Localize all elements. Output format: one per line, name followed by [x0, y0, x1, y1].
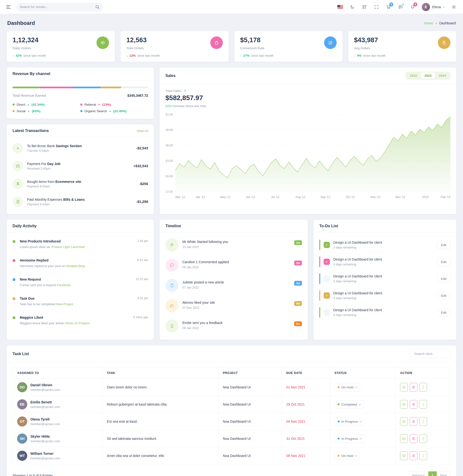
activity-desc: Lorem ipsum dolor sit.: [20, 245, 51, 249]
cart-badge: 5: [389, 2, 393, 7]
delete-button[interactable]: [410, 383, 418, 392]
settings-gear-icon[interactable]: [451, 4, 457, 10]
todo-checkbox[interactable]: [324, 259, 330, 265]
approve-button[interactable]: [400, 400, 408, 409]
trend-note: since last month: [137, 54, 160, 57]
due-date: 04 Nov 2021: [282, 413, 330, 430]
activity-link[interactable]: Facebook: [57, 283, 71, 287]
assignee-name: Daniel Obrien: [30, 383, 60, 387]
timeline-date: 07 Jan 2022: [182, 286, 290, 289]
legend-trend-icon: ▲: [27, 110, 30, 112]
timeline-title: Juliette posted a new article: [182, 280, 290, 284]
todo-checkbox[interactable]: [324, 309, 330, 315]
status-label: In Progress: [341, 437, 358, 440]
search-icon[interactable]: [95, 5, 100, 9]
activity-link[interactable]: Detailed Blog: [66, 264, 85, 268]
assignee-email: member@spruko.com: [30, 457, 60, 460]
activity-dot: [13, 240, 15, 243]
tx-text-bold: Day Job: [47, 162, 60, 166]
apps-grid-icon[interactable]: [362, 4, 367, 10]
edit-button[interactable]: Edit: [437, 275, 450, 283]
pagination: Previous 1 Next: [409, 471, 450, 476]
tab-2022[interactable]: 2022: [406, 72, 421, 79]
revenue-legend: Direct ▲ (42.34%) Referral ▼ (13%): [13, 103, 148, 113]
delete-button[interactable]: [410, 400, 418, 409]
tab-2024[interactable]: 2024: [435, 72, 450, 79]
stat-label: Total Orders: [126, 46, 147, 50]
pagination-next[interactable]: Next: [437, 471, 450, 476]
card-title: Daily Activity: [13, 224, 37, 228]
timeline-date: 06 Jan 2022: [182, 326, 290, 330]
tx-amount: -$2,543: [136, 146, 148, 150]
tx-subtext: Payment 8.00am: [27, 185, 135, 188]
delete-button[interactable]: [410, 451, 418, 460]
approve-button[interactable]: [400, 451, 408, 460]
approve-button[interactable]: [400, 417, 408, 426]
messages-icon[interactable]: [398, 4, 403, 10]
delete-button[interactable]: [410, 417, 418, 426]
status-dropdown[interactable]: On Hold: [334, 452, 360, 460]
task-search-input[interactable]: [411, 350, 450, 358]
todo-title: Design a UI Dashboard for client: [333, 257, 434, 261]
edit-button[interactable]: Edit: [437, 258, 450, 266]
legend-label: Direct: [17, 103, 25, 106]
status-dropdown[interactable]: In Progress: [334, 435, 365, 443]
activity-title: New Request: [20, 278, 41, 281]
status-dot: [338, 438, 339, 440]
more-options-button[interactable]: ⋮: [419, 451, 427, 460]
search-input[interactable]: [20, 5, 95, 9]
more-options-button[interactable]: ⋮: [419, 417, 427, 426]
timeline-title: Akimov liked your site: [182, 301, 290, 305]
todo-checkbox[interactable]: [324, 276, 330, 282]
sales-card: Sales 2022 2023 2024 Total Sales ↗ $582,…: [160, 68, 456, 214]
pagination-previous[interactable]: Previous: [409, 471, 428, 476]
todo-checkbox[interactable]: [324, 292, 330, 299]
dark-mode-moon-icon[interactable]: [349, 4, 355, 10]
timeline-badge: 3m: [294, 281, 302, 286]
fullscreen-icon[interactable]: [374, 4, 379, 10]
svg-text:2013: 2013: [422, 195, 428, 199]
stat-value: $43,987: [354, 36, 378, 44]
notifications-bell-icon[interactable]: 4: [410, 4, 416, 10]
todo-color-bar: [319, 256, 320, 267]
status-dot: [338, 455, 339, 457]
col-project: PROJECT: [218, 368, 282, 379]
breadcrumb-home-link[interactable]: Home: [424, 21, 433, 25]
approve-button[interactable]: [400, 434, 408, 443]
status-dropdown[interactable]: Completed: [334, 401, 364, 408]
pagination-page-1[interactable]: 1: [428, 471, 437, 476]
transaction-item: $ Bought items from Ecommerce site Payme…: [13, 175, 148, 193]
tab-2023[interactable]: 2023: [421, 72, 435, 79]
bar-chart-icon: [324, 36, 337, 49]
col-action: ACTION: [396, 368, 450, 379]
more-options-button[interactable]: ⋮: [419, 434, 427, 443]
language-flag-icon[interactable]: [337, 4, 343, 10]
project-name: Noa Dashboard UI: [218, 413, 282, 430]
view-all-link[interactable]: View All: [137, 129, 148, 133]
activity-link[interactable]: New Project: [56, 302, 73, 306]
approve-button[interactable]: [400, 383, 408, 392]
tx-text: Bought items from: [27, 180, 55, 184]
due-date: 29 Oct 2021: [282, 396, 330, 413]
todo-checkbox[interactable]: [324, 242, 330, 248]
assignee-email: member@spruko.com: [30, 422, 60, 426]
assignee-name: Skyler Hilda: [30, 434, 60, 438]
activity-link[interactable]: Article on Projects: [65, 321, 90, 325]
edit-button[interactable]: Edit: [437, 309, 450, 316]
activity-link[interactable]: Product Light Launched: [52, 245, 85, 249]
cart-icon[interactable]: 5: [386, 4, 391, 10]
activity-item: Task Due4:32 pm Task has to be completed…: [13, 293, 148, 312]
status-dropdown[interactable]: On Hold: [334, 383, 360, 391]
tx-text-bold: Bills & Loans: [63, 198, 85, 201]
user-menu[interactable]: E Elena: [422, 3, 445, 11]
avatar: OT: [17, 416, 27, 427]
menu-toggle-icon[interactable]: [6, 5, 11, 9]
status-dropdown[interactable]: In Progress: [334, 418, 365, 426]
svg-text:Nov '12: Nov '12: [370, 195, 380, 199]
task-text: Est sea erat at kasd.: [102, 413, 218, 430]
more-options-button[interactable]: ⋮: [419, 383, 427, 392]
more-options-button[interactable]: ⋮: [419, 400, 427, 409]
delete-button[interactable]: [410, 434, 418, 443]
edit-button[interactable]: Edit: [437, 292, 450, 300]
edit-button[interactable]: Edit: [437, 241, 450, 249]
